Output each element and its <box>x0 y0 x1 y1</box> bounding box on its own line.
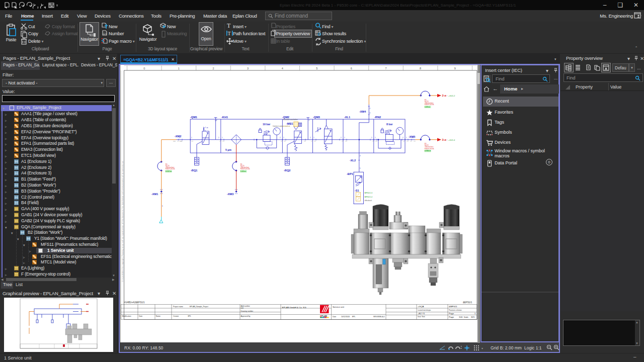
svg-text:▾: ▾ <box>481 347 483 350</box>
svg-text:new: new <box>173 141 176 142</box>
svg-text:Location/room designa: Location/room designa <box>418 309 431 311</box>
svg-text:-XL1: -XL1 <box>344 116 350 119</box>
svg-text:1: 1 <box>162 205 163 207</box>
svg-text:+G01.4: +G01.4 <box>448 139 455 141</box>
svg-text:It is prohibited to copyright,: It is prohibited to copyright, Passing o… <box>122 161 124 282</box>
svg-text:5 µm: 5 µm <box>225 148 231 151</box>
svg-text:7: 7 <box>385 67 386 70</box>
svg-text:ePLAN: ePLAN <box>320 314 327 317</box>
svg-text:6: 6 <box>351 67 352 70</box>
svg-text:8: 8 <box>420 67 421 70</box>
svg-text:-MB1: -MB1 <box>286 122 293 125</box>
svg-text:4: 4 <box>282 67 283 70</box>
svg-text:Date: Date <box>139 315 142 317</box>
svg-text:2-ø: 2-ø <box>442 94 447 97</box>
svg-text:SRV-W38L&L2: SRV-W38L&L2 <box>373 316 385 318</box>
svg-text:+G01.2: +G01.2 <box>448 95 455 97</box>
svg-text:+GQA: +GQA <box>418 305 424 308</box>
svg-text:1: 1 <box>178 67 180 70</box>
svg-text:0: 0 <box>143 67 145 70</box>
svg-text:5.18 m: 5.18 m <box>240 170 246 172</box>
svg-text:Date: Date <box>333 316 336 318</box>
svg-text:8 bar: 8 bar <box>386 123 392 126</box>
svg-text:MFS1/1.4: MFS1/1.4 <box>365 196 373 198</box>
svg-text:-S1: -S1 <box>355 189 359 192</box>
svg-text:3: 3 <box>247 67 249 70</box>
svg-text:EPLAN_Sample_Project: EPLAN_Sample_Project <box>190 306 208 308</box>
svg-text:EPL: EPL <box>188 315 192 317</box>
svg-text:&EFS1/1: &EFS1/1 <box>463 301 472 304</box>
svg-text:2: 2 <box>369 112 370 114</box>
svg-text:EPL: EPL <box>352 316 356 318</box>
svg-text:MFS1/1.3: MFS1/1.3 <box>365 192 373 194</box>
svg-text:Drawing number: Drawing number <box>241 310 254 312</box>
svg-text:-QM1: -QM1 <box>190 116 197 119</box>
svg-text:Druckluft zuschalten: Druckluft zuschalten <box>283 119 298 121</box>
svg-text:from: from <box>464 316 468 318</box>
svg-text:2: 2 <box>360 155 361 157</box>
svg-text:=GAB2+A2&EFS1/1: =GAB2+A2&EFS1/1 <box>124 301 145 304</box>
svg-text:Serial: 'Work': Serial: 'Work' <box>418 316 426 318</box>
svg-text:2: 2 <box>308 119 309 121</box>
svg-text:Modification: Modification <box>122 315 131 317</box>
svg-text:1.39 m: 1.39 m <box>425 106 430 108</box>
svg-text:Name: Name <box>156 315 160 317</box>
svg-text:T: T <box>228 31 231 36</box>
svg-text:-XM2: -XM2 <box>175 135 181 138</box>
svg-text:-XM3: -XM3 <box>227 193 233 196</box>
svg-text:Page: Page <box>449 316 454 318</box>
svg-text:0.984 m: 0.984 m <box>425 150 431 152</box>
svg-text:-XM5: -XM5 <box>409 135 415 138</box>
svg-text:+B2.Y1: +B2.Y1 <box>418 312 425 315</box>
svg-text:-BP1: -BP1 <box>347 172 353 175</box>
svg-text:3-ø: 3-ø <box>442 138 447 141</box>
svg-text:9: 9 <box>454 67 456 70</box>
svg-text:123: 123 <box>103 32 107 35</box>
svg-text:üHerdruck: üHerdruck <box>365 200 372 202</box>
svg-text:321: 321 <box>471 316 475 318</box>
svg-text:Project name: Project name <box>173 306 183 308</box>
svg-text:001: 001 <box>241 307 244 309</box>
svg-text:&MFS11: &MFS11 <box>449 305 457 308</box>
svg-text:-RQ1: -RQ1 <box>191 169 197 172</box>
svg-text:T: T <box>227 23 231 29</box>
svg-text:10 bar: 10 bar <box>263 123 270 126</box>
svg-text:5: 5 <box>316 67 317 70</box>
svg-text:PUN-H 12X2-BL: PUN-H 12X2-BL <box>425 148 435 150</box>
svg-text:Pneumatics schematic: Pneumatics schematic <box>449 309 462 311</box>
svg-text:-RQ2: -RQ2 <box>284 169 290 172</box>
svg-text:Connect compressed air: Connect compressed air <box>273 125 290 127</box>
svg-text:Service unit: Service unit <box>333 306 345 308</box>
svg-text:1: 1 <box>369 108 370 110</box>
svg-text:Add number: Add number <box>241 305 251 307</box>
svg-text:-QM3: -QM3 <box>313 116 320 119</box>
svg-text:-KH1: -KH1 <box>221 116 228 119</box>
svg-text:100: 100 <box>459 316 463 318</box>
svg-text:Creator: Creator <box>173 315 179 317</box>
svg-text:2: 2 <box>216 119 217 121</box>
svg-text:2: 2 <box>212 67 214 70</box>
svg-text:PUN-H 12X2-BL: PUN-H 12X2-BL <box>425 104 435 106</box>
svg-text:PUN-H 12X2-BL: PUN-H 12X2-BL <box>166 168 176 170</box>
svg-text:EPLAN GmbH & Co. KG: EPLAN GmbH & Co. KG <box>282 306 307 309</box>
svg-text:0.112 m: 0.112 m <box>166 170 172 172</box>
svg-text:-XM1: -XM1 <box>151 193 158 196</box>
svg-text:Page: Page <box>449 312 454 315</box>
svg-text:-XM4: -XM4 <box>359 110 366 113</box>
svg-text:aux: aux <box>180 141 182 142</box>
svg-text:-RN2: -RN2 <box>374 116 381 119</box>
svg-text:-XL2: -XL2 <box>350 159 356 162</box>
svg-text:1: 1 <box>360 167 361 169</box>
svg-text:PUN-H 12X2-BL: PUN-H 12X2-BL <box>240 168 251 170</box>
svg-text:Approved by: Approved by <box>241 315 251 317</box>
svg-text:10/12/2024: 10/12/2024 <box>341 316 350 318</box>
